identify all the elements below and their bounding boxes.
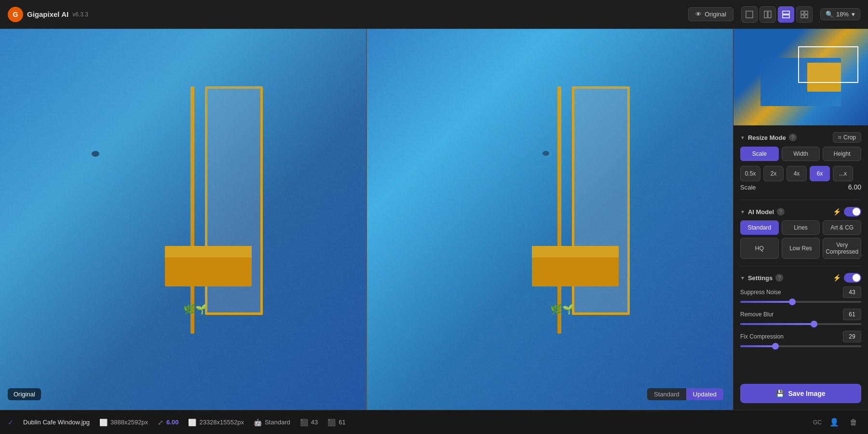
right-panel: 🌿🌱 Standard Updated — [367, 29, 733, 410]
crop-button[interactable]: ⌗ Crop — [833, 132, 861, 143]
scale-value-status: 6.00 — [166, 419, 178, 426]
view-mode-group — [741, 6, 813, 23]
model-hq-btn[interactable]: HQ — [740, 238, 779, 259]
mode-scale-btn[interactable]: Scale — [740, 147, 779, 161]
status-filename: Dublin Cafe Window.jpg — [23, 419, 90, 426]
status-output-res: ⬜ 23328x15552px — [188, 419, 244, 426]
suppress-noise-slider[interactable] — [740, 301, 861, 303]
check-icon: ✓ — [8, 419, 14, 426]
remove-blur-label-row: Remove Blur 61 — [740, 309, 861, 320]
settings-help[interactable]: ? — [775, 274, 783, 282]
svg-rect-2 — [768, 11, 771, 18]
chevron-down-icon: ▾ — [852, 11, 855, 18]
dimensions-icon: ⬜ — [99, 419, 108, 426]
model-standard-btn[interactable]: Standard — [740, 220, 779, 235]
zoom-control[interactable]: 🔍 18% ▾ — [820, 8, 860, 20]
app-logo: G — [8, 7, 23, 22]
scale-05x-btn[interactable]: 0.5x — [740, 166, 760, 181]
left-panel: 🌿🌱 Original — [0, 29, 367, 410]
resize-mode-group: Scale Width Height — [740, 147, 861, 161]
crop-icon: ⌗ — [838, 134, 841, 141]
controls-panel: ▼ Resize Mode ? ⌗ Crop Scale Width Heigh… — [733, 125, 868, 384]
logo-area: G Gigapixel AI v6.3.3 — [8, 7, 88, 22]
noise-value-status: 43 — [311, 419, 318, 426]
noise-status-icon: ⬛ — [300, 419, 308, 426]
model-verycompressed-btn[interactable]: Very Compressed — [823, 238, 861, 259]
fix-compression-row: Fix Compression 29 — [740, 331, 861, 347]
scale-2x-btn[interactable]: 2x — [763, 166, 784, 181]
model-art-cg-btn[interactable]: Art & CG — [823, 220, 861, 235]
remove-blur-label: Remove Blur — [740, 311, 773, 318]
ai-model-row2: HQ Low Res Very Compressed — [740, 238, 861, 259]
person-icon[interactable]: 👤 — [827, 416, 841, 429]
blur-value-status: 61 — [339, 419, 345, 426]
fix-compression-value[interactable]: 29 — [843, 331, 861, 342]
suppress-noise-label-row: Suppress Noise 43 — [740, 286, 861, 298]
view-splith-btn[interactable] — [778, 6, 794, 23]
svg-rect-1 — [764, 11, 767, 18]
zoom-level: 18% — [836, 11, 849, 18]
scale-label: Scale — [740, 184, 756, 191]
svg-rect-5 — [801, 11, 804, 14]
suppress-noise-fill — [740, 301, 792, 303]
main-area: 🌿🌱 Original 🌿🌱 Standar — [0, 29, 868, 410]
remove-blur-slider[interactable] — [740, 323, 861, 325]
svg-rect-8 — [805, 15, 808, 18]
view-single-btn[interactable] — [741, 6, 758, 23]
mode-width-btn[interactable]: Width — [782, 147, 820, 161]
cc-label: GC — [813, 419, 822, 426]
divider-1 — [740, 200, 861, 200]
scale-presets: 0.5x 2x 4x 6x ...x — [740, 166, 861, 181]
model-lines-btn[interactable]: Lines — [782, 220, 820, 235]
statusbar: ✓ Dublin Cafe Window.jpg ⬜ 3888x2592px ⤢… — [0, 410, 868, 434]
remove-blur-thumb[interactable] — [811, 321, 817, 327]
view-quad-btn[interactable] — [796, 6, 813, 23]
suppress-noise-value[interactable]: 43 — [843, 286, 861, 298]
save-image-button[interactable]: 💾 Save Image — [740, 384, 861, 403]
ai-model-header: ▼ AI Model ? ⚡ — [740, 207, 861, 217]
resize-mode-section: ▼ Resize Mode ? ⌗ Crop Scale Width Heigh… — [740, 132, 861, 193]
settings-header: ▼ Settings ? ⚡ — [740, 273, 861, 283]
ai-model-arrow[interactable]: ▼ — [740, 209, 745, 215]
suppress-noise-row: Suppress Noise 43 — [740, 286, 861, 303]
svg-rect-3 — [783, 11, 789, 14]
status-actions: GC 👤 🗑 — [813, 416, 860, 429]
ai-lightning-icon: ⚡ — [833, 208, 841, 216]
topbar: G Gigapixel AI v6.3.3 👁 Original 🔍 18% ▾ — [0, 0, 868, 29]
scale-6x-btn[interactable]: 6x — [810, 166, 830, 181]
scale-custom-btn[interactable]: ...x — [833, 166, 853, 181]
mode-height-btn[interactable]: Height — [823, 147, 861, 161]
settings-toggle[interactable] — [844, 273, 861, 283]
ai-model-help[interactable]: ? — [777, 208, 785, 216]
model-icon: 🤖 — [254, 419, 262, 426]
resize-mode-help[interactable]: ? — [789, 134, 797, 141]
delete-icon[interactable]: 🗑 — [847, 416, 860, 429]
remove-blur-value[interactable]: 61 — [843, 309, 861, 320]
view-splitv-btn[interactable] — [760, 6, 776, 23]
resize-mode-arrow[interactable]: ▼ — [740, 135, 745, 140]
original-button[interactable]: 👁 Original — [688, 7, 733, 21]
original-label: Original — [8, 388, 41, 400]
status-model: 🤖 Standard — [254, 419, 290, 426]
eye-icon: 👁 — [695, 11, 702, 18]
settings-arrow[interactable]: ▼ — [740, 275, 745, 281]
blur-status-icon: ⬛ — [327, 419, 336, 426]
scale-4x-btn[interactable]: 4x — [787, 166, 807, 181]
status-scale: ⤢ 6.00 — [158, 419, 178, 426]
suppress-noise-thumb[interactable] — [789, 298, 796, 305]
image-area: 🌿🌱 Original 🌿🌱 Standar — [0, 29, 733, 410]
fix-compression-fill — [740, 345, 775, 347]
zoom-icon: 🔍 — [826, 11, 833, 18]
thumbnail-image — [733, 29, 868, 125]
svg-rect-6 — [805, 11, 808, 14]
status-original-res: ⬜ 3888x2592px — [99, 419, 148, 426]
output-res-value: 23328x15552px — [199, 419, 244, 426]
scale-icon: ⤢ — [158, 419, 163, 426]
fix-compression-thumb[interactable] — [772, 343, 779, 350]
badge-updated: Updated — [686, 388, 723, 400]
ai-model-toggle[interactable] — [844, 207, 861, 217]
remove-blur-fill — [740, 323, 814, 325]
ai-model-section: ▼ AI Model ? ⚡ Standard Lines Art & CG H… — [740, 207, 861, 259]
fix-compression-slider[interactable] — [740, 345, 861, 347]
model-lowres-btn[interactable]: Low Res — [782, 238, 820, 259]
